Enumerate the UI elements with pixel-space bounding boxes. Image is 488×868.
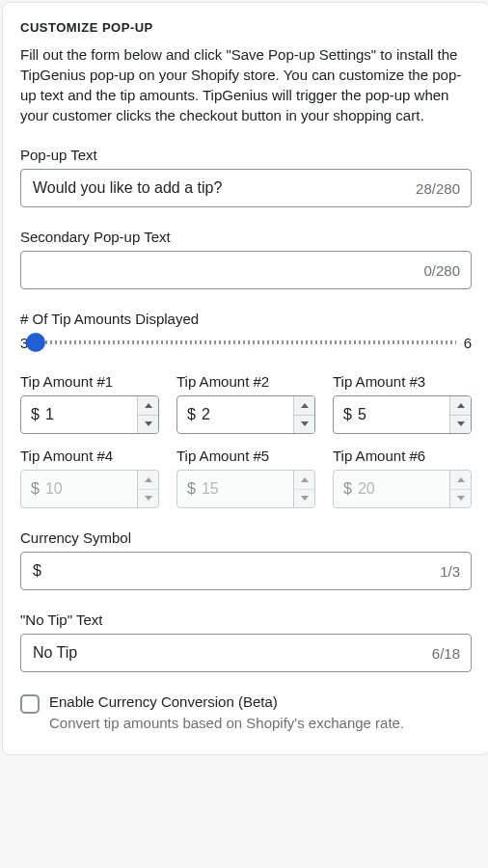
popup-text-label: Pop-up Text bbox=[20, 147, 472, 163]
chevron-down-icon bbox=[301, 496, 309, 501]
chevron-down-icon bbox=[457, 496, 465, 501]
tip-amount-4-decrement bbox=[138, 490, 158, 508]
tip-amount-2-stepper[interactable]: $ bbox=[176, 395, 315, 434]
chevron-down-icon bbox=[457, 421, 465, 426]
slider-thumb[interactable] bbox=[26, 333, 45, 352]
currency-prefix: $ bbox=[334, 471, 358, 507]
tip-amount-5-increment bbox=[294, 471, 314, 490]
tip-amount-3-label: Tip Amount #3 bbox=[333, 373, 472, 390]
tip-amount-4-increment bbox=[138, 471, 158, 490]
tip-amount-2-input[interactable] bbox=[202, 396, 293, 433]
tip-amount-5-stepper: $ bbox=[176, 470, 315, 508]
chevron-down-icon bbox=[145, 421, 152, 426]
currency-prefix: $ bbox=[177, 471, 202, 507]
tip-amount-4-label: Tip Amount #4 bbox=[20, 448, 159, 464]
currency-prefix: $ bbox=[334, 396, 358, 433]
section-description: Fill out the form below and click "Save … bbox=[20, 44, 472, 125]
chevron-up-icon bbox=[301, 403, 309, 408]
chevron-up-icon bbox=[457, 403, 465, 408]
tip-amount-6-label: Tip Amount #6 bbox=[333, 448, 472, 464]
currency-prefix: $ bbox=[21, 396, 45, 433]
slider-track bbox=[36, 340, 455, 344]
currency-conversion-label: Enable Currency Conversion (Beta) bbox=[49, 693, 472, 710]
tip-amount-2-label: Tip Amount #2 bbox=[176, 373, 315, 390]
currency-conversion-help: Convert tip amounts based on Shopify's e… bbox=[49, 715, 404, 731]
chevron-up-icon bbox=[145, 403, 152, 408]
tip-amount-1-label: Tip Amount #1 bbox=[20, 373, 159, 390]
tip-count-label: # Of Tip Amounts Displayed bbox=[20, 311, 472, 327]
tip-amount-5-label: Tip Amount #5 bbox=[176, 448, 315, 464]
tip-amount-1-input[interactable] bbox=[45, 396, 137, 433]
tip-amount-6-input bbox=[358, 471, 449, 507]
tip-amount-5-input bbox=[202, 471, 293, 507]
currency-symbol-input[interactable] bbox=[20, 552, 472, 590]
section-title: CUSTOMIZE POP-UP bbox=[20, 20, 472, 35]
currency-prefix: $ bbox=[177, 396, 202, 433]
tip-amount-6-decrement bbox=[450, 490, 471, 508]
tip-amount-2-decrement[interactable] bbox=[294, 416, 314, 434]
slider-max: 6 bbox=[464, 335, 472, 351]
tip-amount-6-stepper: $ bbox=[333, 470, 472, 508]
tip-amount-4-input bbox=[45, 471, 137, 507]
chevron-down-icon bbox=[145, 496, 152, 501]
customize-popup-card: CUSTOMIZE POP-UP Fill out the form below… bbox=[2, 2, 488, 755]
tip-amount-1-stepper[interactable]: $ bbox=[20, 395, 159, 434]
no-tip-label: "No Tip" Text bbox=[20, 611, 472, 628]
no-tip-input[interactable] bbox=[20, 634, 472, 672]
tip-amount-5-decrement bbox=[294, 490, 314, 508]
tip-count-slider[interactable] bbox=[36, 333, 455, 352]
tip-amount-4-stepper: $ bbox=[20, 470, 159, 508]
tip-amount-1-decrement[interactable] bbox=[138, 416, 158, 434]
tip-amount-3-increment[interactable] bbox=[450, 396, 471, 416]
tip-amount-3-stepper[interactable]: $ bbox=[333, 395, 472, 434]
tip-amount-3-input[interactable] bbox=[358, 396, 449, 433]
popup-text-input[interactable] bbox=[20, 169, 472, 207]
tip-amount-1-increment[interactable] bbox=[138, 396, 158, 416]
chevron-up-icon bbox=[145, 477, 152, 482]
currency-prefix: $ bbox=[21, 471, 45, 507]
secondary-text-label: Secondary Pop-up Text bbox=[20, 229, 472, 245]
chevron-down-icon bbox=[301, 421, 309, 426]
chevron-up-icon bbox=[301, 477, 309, 482]
tip-amount-3-decrement[interactable] bbox=[450, 416, 471, 434]
chevron-up-icon bbox=[457, 477, 465, 482]
currency-conversion-checkbox[interactable] bbox=[20, 694, 40, 714]
currency-symbol-label: Currency Symbol bbox=[20, 529, 472, 546]
secondary-text-input[interactable] bbox=[20, 251, 472, 289]
tip-amount-6-increment bbox=[450, 471, 471, 490]
tip-amount-2-increment[interactable] bbox=[294, 396, 314, 416]
